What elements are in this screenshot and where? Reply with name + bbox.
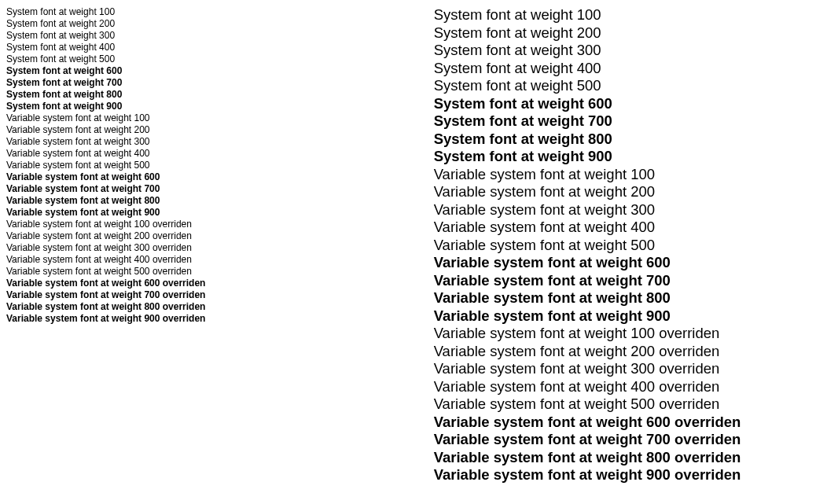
sample-row: Variable system font at weight 400 overr… [434, 378, 832, 396]
sample-row: System font at weight 700 [6, 77, 421, 89]
sample-row: Variable system font at weight 400 overr… [6, 254, 421, 266]
specimen-column-large: System font at weight 100 System font at… [428, 0, 838, 504]
sample-row: Variable system font at weight 400 [6, 148, 421, 160]
sample-row: Variable system font at weight 800 [434, 289, 832, 307]
sample-row: System font at weight 500 [434, 77, 832, 95]
sample-row: Variable system font at weight 200 overr… [6, 230, 421, 242]
sample-row: System font at weight 200 [6, 18, 421, 30]
sample-row: Variable system font at weight 300 [434, 201, 832, 219]
sample-row: Variable system font at weight 500 overr… [6, 266, 421, 278]
sample-row: System font at weight 900 [6, 101, 421, 112]
specimen-column-small: System font at weight 100 System font at… [0, 0, 428, 504]
font-weight-specimen: System font at weight 100 System font at… [0, 0, 838, 504]
sample-row: Variable system font at weight 200 [434, 183, 832, 201]
sample-row: Variable system font at weight 500 [434, 237, 832, 255]
sample-row: Variable system font at weight 300 overr… [434, 360, 832, 378]
sample-row: System font at weight 900 [434, 148, 832, 166]
sample-row: Variable system font at weight 600 [434, 254, 832, 272]
sample-row: Variable system font at weight 300 overr… [6, 242, 421, 254]
sample-row: Variable system font at weight 200 [6, 124, 421, 136]
sample-row: Variable system font at weight 100 overr… [434, 325, 832, 343]
sample-row: System font at weight 800 [6, 89, 421, 101]
sample-row: System font at weight 300 [6, 30, 421, 42]
sample-row: Variable system font at weight 400 [434, 219, 832, 237]
sample-row: System font at weight 400 [434, 60, 832, 78]
sample-row: System font at weight 400 [6, 42, 421, 53]
sample-row: System font at weight 100 [6, 6, 421, 18]
sample-row: Variable system font at weight 800 [6, 195, 421, 207]
sample-row: Variable system font at weight 900 [6, 207, 421, 219]
sample-row: System font at weight 200 [434, 24, 832, 42]
sample-row: Variable system font at weight 600 overr… [434, 414, 832, 432]
sample-row: Variable system font at weight 600 [6, 171, 421, 183]
sample-row: Variable system font at weight 800 overr… [6, 301, 421, 313]
sample-row: Variable system font at weight 800 overr… [434, 449, 832, 467]
sample-row: Variable system font at weight 500 overr… [434, 395, 832, 414]
sample-row: Variable system font at weight 700 overr… [434, 431, 832, 449]
sample-row: Variable system font at weight 600 overr… [6, 278, 421, 289]
sample-row: Variable system font at weight 100 overr… [6, 219, 421, 230]
sample-row: System font at weight 700 [434, 112, 832, 131]
sample-row: Variable system font at weight 700 [434, 272, 832, 290]
sample-row: Variable system font at weight 700 [6, 183, 421, 195]
sample-row: Variable system font at weight 100 [434, 166, 832, 184]
sample-row: Variable system font at weight 100 [6, 112, 421, 124]
sample-row: Variable system font at weight 700 overr… [6, 289, 421, 301]
sample-row: System font at weight 100 [434, 6, 832, 24]
sample-row: Variable system font at weight 300 [6, 136, 421, 148]
sample-row: Variable system font at weight 900 [434, 307, 832, 326]
sample-row: Variable system font at weight 500 [6, 160, 421, 171]
sample-row: System font at weight 600 [434, 95, 832, 113]
sample-row: Variable system font at weight 200 overr… [434, 343, 832, 361]
sample-row: System font at weight 300 [434, 42, 832, 60]
sample-row: Variable system font at weight 900 overr… [434, 466, 832, 484]
sample-row: Variable system font at weight 900 overr… [6, 313, 421, 325]
sample-row: System font at weight 500 [6, 53, 421, 65]
sample-row: System font at weight 600 [6, 65, 421, 77]
sample-row: System font at weight 800 [434, 131, 832, 149]
